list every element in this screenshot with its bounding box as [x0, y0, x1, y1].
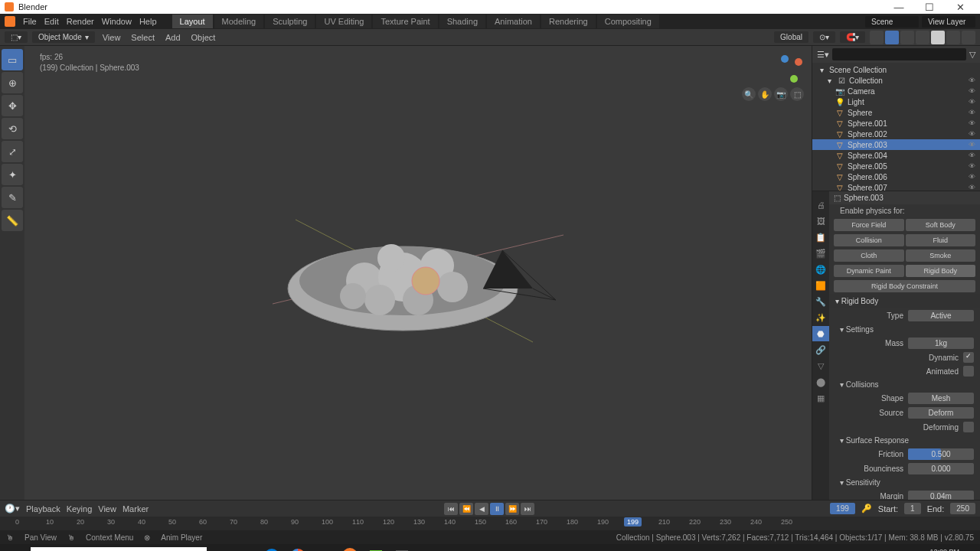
workspace-layout[interactable]: Layout	[172, 15, 213, 28]
workspace-uv[interactable]: UV Editing	[316, 15, 371, 28]
blender-taskbar-icon[interactable]	[337, 547, 363, 552]
workspace-rendering[interactable]: Rendering	[541, 15, 596, 28]
shading-lookdev-icon[interactable]	[946, 31, 960, 44]
tool-select-box[interactable]: ▭	[2, 49, 23, 70]
tool-cursor[interactable]: ⊕	[2, 72, 23, 93]
timeline-editor-icon[interactable]: 🕐▾	[5, 504, 20, 514]
outliner-item-camera[interactable]: 📷Camera👁	[812, 86, 980, 96]
prop-tab-material[interactable]: ⬤	[812, 374, 829, 390]
source-dropdown[interactable]: Deform	[908, 407, 974, 419]
outliner-collection[interactable]: ▾☑Collection👁	[812, 75, 980, 86]
end-frame-field[interactable]: 250	[950, 503, 975, 514]
shading-rendered-icon[interactable]	[962, 31, 975, 44]
workspace-sculpting[interactable]: Sculpting	[265, 15, 315, 28]
outliner-scene-collection[interactable]: ▾Scene Collection	[812, 64, 980, 75]
header-add[interactable]: Add	[162, 33, 184, 42]
tool-annotate[interactable]: ✎	[2, 187, 23, 208]
outliner-item-sphere003[interactable]: ▽Sphere.003👁	[812, 139, 980, 150]
orientation-dropdown[interactable]: Global	[774, 31, 808, 43]
task-view-icon[interactable]: ⧉	[233, 547, 259, 552]
deforming-checkbox[interactable]	[963, 422, 974, 432]
sensitivity-header[interactable]: ▾ Sensitivity	[829, 476, 980, 489]
pivot-dropdown[interactable]: ⊙▾	[813, 31, 835, 43]
taskbar-clock[interactable]: 12:00 PM 10/10/2019	[925, 549, 959, 551]
menu-window[interactable]: Window	[102, 17, 132, 26]
prop-tab-render[interactable]: 🖨	[812, 197, 829, 213]
tool-move[interactable]: ✥	[2, 95, 23, 116]
type-dropdown[interactable]: Active	[908, 310, 974, 321]
surface-response-header[interactable]: ▾ Surface Response	[829, 434, 980, 447]
keyframe-prev-button[interactable]: ⏪	[459, 503, 473, 515]
outliner-search-input[interactable]	[832, 48, 966, 60]
physics-softbody-button[interactable]: Soft Body	[906, 219, 976, 231]
menu-render[interactable]: Render	[67, 17, 94, 26]
start-frame-field[interactable]: 1	[904, 503, 921, 514]
shading-solid-icon[interactable]	[931, 31, 945, 44]
outliner-filter-icon[interactable]: ▽	[969, 50, 975, 60]
jump-start-button[interactable]: ⏮	[444, 503, 458, 515]
mass-field[interactable]: 1kg	[908, 337, 974, 349]
physics-rigidbody-constraint-button[interactable]: Rigid Body Constraint	[834, 280, 975, 292]
physics-fluid-button[interactable]: Fluid	[906, 234, 976, 246]
timeline-ruler[interactable]: 0 10 20 30 40 50 60 70 80 90 100 110 120…	[0, 517, 980, 530]
friction-slider[interactable]: 0.500	[908, 448, 974, 460]
outliner-item-sphere004[interactable]: ▽Sphere.004👁	[812, 150, 980, 161]
outliner-item-light[interactable]: 💡Light👁	[812, 96, 980, 107]
cortana-icon[interactable]: ○	[207, 547, 233, 552]
animated-checkbox[interactable]	[963, 366, 974, 377]
prop-tab-particles[interactable]: ✨	[812, 310, 829, 325]
tool-transform[interactable]: ✦	[2, 164, 23, 185]
prop-tab-texture[interactable]: ▦	[812, 390, 829, 406]
prop-tab-constraints[interactable]: 🔗	[812, 342, 829, 357]
rigidbody-header[interactable]: ▾ Rigid Body	[829, 294, 980, 308]
margin-field[interactable]: 0.04m	[908, 491, 974, 500]
taskbar-search-input[interactable]: 🔍 Type here to search	[31, 547, 207, 552]
workspace-modeling[interactable]: Modeling	[214, 15, 264, 28]
mode-dropdown[interactable]: Object Mode ▾	[32, 31, 95, 43]
chrome-icon[interactable]	[285, 547, 311, 552]
shading-wireframe-icon[interactable]	[916, 31, 929, 44]
physics-collision-button[interactable]: Collision	[834, 234, 904, 246]
timeline-view[interactable]: View	[98, 504, 116, 514]
menu-help[interactable]: Help	[139, 17, 157, 26]
prop-tab-object[interactable]: 🟧	[812, 278, 829, 293]
gizmo-toggle-icon[interactable]	[870, 31, 884, 44]
overlay-toggle-icon[interactable]	[885, 31, 899, 44]
playhead[interactable]: 199	[624, 517, 642, 527]
outliner-item-sphere005[interactable]: ▽Sphere.005👁	[812, 161, 980, 171]
current-frame-field[interactable]: 199	[830, 503, 855, 514]
prop-tab-world[interactable]: 🌐	[812, 262, 829, 277]
shape-dropdown[interactable]: Mesh	[908, 393, 974, 404]
outliner-item-sphere006[interactable]: ▽Sphere.006👁	[812, 171, 980, 182]
tool-measure[interactable]: 📏	[2, 210, 23, 231]
xray-toggle-icon[interactable]	[900, 31, 914, 44]
header-view[interactable]: View	[100, 33, 124, 42]
outliner-item-sphere001[interactable]: ▽Sphere.001👁	[812, 118, 980, 129]
workspace-compositing[interactable]: Compositing	[597, 15, 659, 28]
workspace-shading[interactable]: Shading	[439, 15, 485, 28]
header-object[interactable]: Object	[188, 33, 219, 42]
header-select[interactable]: Select	[128, 33, 158, 42]
window-close-button[interactable]: ✕	[945, 2, 975, 13]
workspace-texture[interactable]: Texture Paint	[373, 15, 437, 28]
jump-end-button[interactable]: ⏭	[521, 503, 534, 515]
outliner-item-sphere007[interactable]: ▽Sphere.007👁	[812, 182, 980, 191]
settings-header[interactable]: ▾ Settings	[829, 323, 980, 336]
prop-tab-data[interactable]: ▽	[812, 358, 829, 373]
tool-rotate[interactable]: ⟲	[2, 118, 23, 139]
3d-viewport[interactable]: fps: 26 (199) Collection | Sphere.003 🔍 …	[24, 46, 812, 500]
menu-file[interactable]: File	[23, 17, 37, 26]
app-icon-2[interactable]	[389, 547, 415, 552]
outliner-mode-icon[interactable]: ☰▾	[817, 50, 829, 60]
collisions-header[interactable]: ▾ Collisions	[829, 378, 980, 391]
snap-dropdown[interactable]: 🧲▾	[840, 31, 865, 43]
prop-tab-scene[interactable]: 🎬	[812, 246, 829, 261]
physics-dynamicpaint-button[interactable]: Dynamic Paint	[834, 265, 904, 277]
workspace-animation[interactable]: Animation	[487, 15, 540, 28]
prop-tab-output[interactable]: 🖼	[812, 214, 829, 229]
viewlayer-selector[interactable]: View Layer	[922, 16, 975, 28]
bounciness-slider[interactable]: 0.000	[908, 463, 974, 474]
dynamic-checkbox[interactable]	[963, 352, 974, 363]
autokey-icon[interactable]: 🔑	[861, 504, 872, 514]
menu-edit[interactable]: Edit	[44, 17, 59, 26]
